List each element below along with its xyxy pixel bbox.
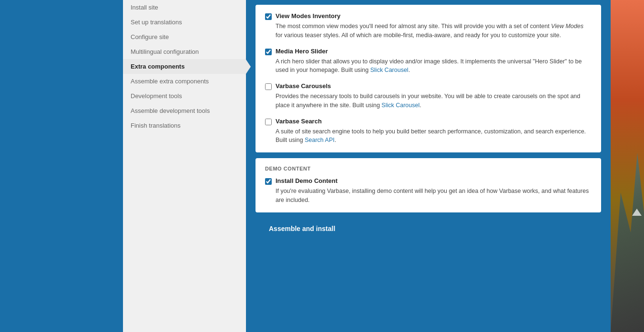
demo-content-item: Install Demo ContentIf you're evaluating…: [265, 177, 592, 205]
nav-item-assemble-extra-components[interactable]: Assemble extra components: [123, 74, 246, 89]
mountain-decoration: [611, 133, 644, 332]
link-varbase-carousels[interactable]: Slick Carousel: [381, 102, 419, 109]
main-content: View Modes InventoryThe most common view…: [246, 0, 611, 332]
left-background: [0, 0, 123, 332]
component-label-varbase-carousels[interactable]: Varbase Carousels: [265, 82, 592, 90]
nav-item-set-up-translations[interactable]: Set up translations: [123, 15, 246, 30]
demo-content-checkbox[interactable]: [265, 178, 272, 185]
components-card: View Modes InventoryThe most common view…: [256, 5, 601, 152]
nav-item-assemble-development-tools[interactable]: Assemble development tools: [123, 103, 246, 118]
nav-item-multilingual-configuration[interactable]: Multilingual configuration: [123, 44, 246, 59]
navigation-panel: Install siteSet up translationsConfigure…: [123, 0, 246, 332]
component-item-view-modes-inventory: View Modes InventoryThe most common view…: [265, 12, 592, 40]
component-label-media-hero-slider[interactable]: Media Hero Slider: [265, 48, 592, 55]
component-item-varbase-search: Varbase SearchA suite of site search eng…: [265, 118, 592, 145]
component-description-varbase-search: A suite of site search engine tools to h…: [265, 127, 592, 145]
component-item-media-hero-slider: Media Hero SliderA rich hero slider that…: [265, 48, 592, 75]
demo-content-label[interactable]: Install Demo Content: [265, 177, 592, 185]
nav-item-finish-translations[interactable]: Finish translations: [123, 118, 246, 133]
component-checkbox-varbase-search[interactable]: [265, 119, 272, 125]
component-checkbox-varbase-carousels[interactable]: [265, 83, 272, 90]
demo-content-title: DEMO CONTENT: [265, 166, 592, 171]
demo-content-card: DEMO CONTENT Install Demo ContentIf you'…: [256, 158, 601, 212]
nav-item-development-tools[interactable]: Development tools: [123, 89, 246, 103]
component-label-view-modes-inventory[interactable]: View Modes Inventory: [265, 12, 592, 20]
component-item-varbase-carousels: Varbase CarouselsProvides the necessary …: [265, 82, 592, 110]
assemble-install-button[interactable]: Assemble and install: [256, 220, 348, 237]
component-description-view-modes-inventory: The most common view modes you'll need f…: [265, 22, 592, 40]
nav-item-install-site[interactable]: Install site: [123, 0, 246, 15]
link-media-hero-slider[interactable]: Slick Carousel: [370, 67, 409, 73]
component-checkbox-media-hero-slider[interactable]: [265, 49, 272, 55]
component-description-varbase-carousels: Provides the necessary tools to build ca…: [265, 92, 592, 110]
nav-item-extra-components[interactable]: Extra components: [123, 59, 246, 74]
demo-content-description: If you're evaluating Varbase, installing…: [265, 187, 592, 205]
component-description-media-hero-slider: A rich hero slider that allows you to di…: [265, 57, 592, 75]
nav-item-configure-site[interactable]: Configure site: [123, 30, 246, 44]
link-varbase-search[interactable]: Search API: [305, 137, 335, 143]
component-checkbox-view-modes-inventory[interactable]: [265, 13, 272, 20]
component-label-varbase-search[interactable]: Varbase Search: [265, 118, 592, 125]
right-background: [611, 0, 644, 332]
